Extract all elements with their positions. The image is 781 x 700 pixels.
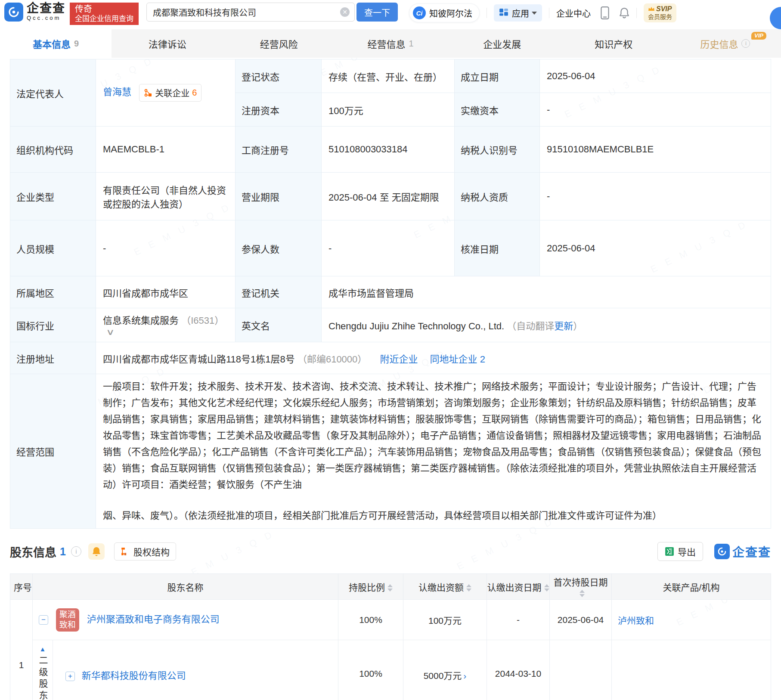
collapse-button[interactable]: − [39, 615, 48, 625]
equity-structure-label: 股权结构 [133, 545, 170, 558]
collapse-triangle-icon[interactable]: ▲ [40, 645, 46, 653]
amount-detail-link[interactable]: › [463, 671, 466, 681]
legal-rep-link[interactable]: 曾海慧 [103, 87, 131, 97]
taxpayer-qual-value: - [540, 173, 771, 220]
svip-sublabel: 会员服务 [648, 13, 672, 21]
org-code-label: 组织机构代码 [10, 127, 96, 173]
qcc-company-page: E E M U 3 Q D E E M U 3 Q D E E M U 3 Q … [0, 0, 781, 700]
vip-badge: VIP [751, 32, 766, 40]
tab-intellectual-property[interactable]: 知识产权 [558, 29, 669, 58]
pay-date-cell: - [487, 600, 550, 640]
col-pay-date[interactable]: 认缴出资日期 [487, 574, 550, 600]
apps-menu-button[interactable]: 应用 [494, 4, 542, 22]
shareholders-header: 股东信息 1 i 股权结构 导出 [10, 542, 771, 561]
search-input[interactable] [146, 3, 355, 22]
zhibi-alpha-button[interactable]: Ci 知彼阿尔法 [409, 3, 480, 22]
scope-paragraph-1: 一般项目：软件开发；技术服务、技术开发、技术咨询、技术交流、技术转让、技术推广；… [103, 378, 764, 493]
tab-basic-info[interactable]: 基本信息 9 [0, 29, 112, 58]
tab-label: 知识产权 [595, 37, 632, 50]
excel-export-icon [665, 547, 674, 556]
qcc-logo-icon[interactable] [4, 3, 23, 22]
auto-translate-note: （自动翻译 [507, 321, 554, 331]
info-icon[interactable]: i [741, 39, 750, 48]
address-label: 注册地址 [10, 342, 96, 374]
approval-date-value: 2025-06-04 [540, 220, 771, 276]
col-ratio[interactable]: 持股比例 [338, 574, 403, 600]
translate-update-link[interactable]: 更新 [554, 321, 573, 331]
tab-history-info[interactable]: 历史信息 i VIP [669, 29, 781, 58]
mobile-app-button[interactable] [600, 6, 610, 19]
sort-icons[interactable] [544, 584, 549, 592]
address-value: 四川省成都市成华区青城山路118号1栋1层8号 （邮编610000） 附近企业 … [96, 342, 771, 374]
scope-label: 经营范围 [10, 374, 96, 529]
approval-date-label: 核准日期 [455, 220, 540, 276]
search-button[interactable]: 查一下 [356, 3, 398, 22]
tab-label: 经营风险 [260, 37, 298, 50]
same-address-companies-link[interactable]: 同地址企业 2 [430, 354, 485, 365]
level-rail: ▲ 二级股东 [33, 640, 53, 700]
zhibi-alpha-label: 知彼阿尔法 [429, 7, 472, 19]
enterprise-center-link[interactable]: 企业中心 [556, 7, 591, 19]
notifications-button[interactable] [619, 7, 629, 19]
shareholder-link[interactable]: 泸州聚酒致和电子商务有限公司 [87, 613, 220, 624]
ratio-cell: 100% [338, 640, 403, 700]
badge-line1: 传奇 [75, 4, 133, 14]
qcc-watermark-logo: 企查查 [714, 543, 771, 560]
tab-label: 企业发展 [483, 37, 521, 50]
biz-term-value: 2025-06-04 至 无固定期限 [322, 173, 455, 220]
related-product-link[interactable]: 泸州致和 [618, 616, 654, 626]
reg-status-label: 登记状态 [236, 59, 322, 93]
tab-operation-info[interactable]: 经营信息 1 [335, 29, 446, 58]
biz-term-label: 营业期限 [236, 173, 322, 220]
export-button[interactable]: 导出 [657, 542, 703, 561]
tab-company-development[interactable]: 企业发展 [446, 29, 558, 58]
insured-label: 参保人数 [236, 220, 322, 276]
tab-legal-litigation[interactable]: 法律诉讼 [112, 29, 223, 58]
en-name-text: Chengdu Jujiu Zhihe Technology Co., Ltd. [329, 321, 504, 331]
taxpayer-qual-label: 纳税人资质 [455, 173, 540, 220]
col-first-date[interactable]: 首次持股日期 [550, 574, 612, 600]
legal-rep-label: 法定代表人 [10, 59, 96, 127]
clear-search-icon[interactable]: ✕ [340, 7, 350, 17]
org-code-value: MAEMCBLB-1 [96, 127, 236, 173]
region-label: 所属地区 [10, 276, 96, 308]
shareholders-table: 序号 股东名称 持股比例 认缴出资额 认缴出资日期 首次持股日期 关联产品/机构… [10, 573, 771, 700]
monitor-bell-button[interactable] [88, 543, 105, 560]
logo-title: 企查查 [27, 3, 65, 15]
qcc-logo-text[interactable]: 企查查 Qcc.com [27, 3, 65, 21]
staff-size-label: 人员规模 [10, 220, 96, 276]
tab-operation-risk[interactable]: 经营风险 [223, 29, 335, 58]
business-scope-value: 一般项目：软件开发；技术服务、技术开发、技术咨询、技术交流、技术转让、技术推广；… [96, 374, 771, 529]
tab-label: 经营信息 [367, 37, 405, 50]
chevron-down-icon[interactable]: ∨ [106, 327, 115, 337]
seq-cell: 1 [10, 600, 33, 700]
scope-paragraph-2: 烟、异味、废气）。（依法须经批准的项目，经相关部门批准后方可开展经营活动，具体经… [103, 508, 764, 524]
biz-reg-no-label: 工商注册号 [236, 127, 322, 173]
apps-grid-icon [499, 8, 508, 18]
reg-capital-label: 注册资本 [236, 93, 322, 127]
taxpayer-id-value: 91510108MAEMCBLB1E [540, 127, 771, 173]
sort-icons[interactable] [466, 584, 471, 592]
tab-count: 9 [74, 39, 79, 49]
related-companies-chip[interactable]: 关联企业 6 [139, 84, 201, 102]
first-date-cell [550, 640, 612, 700]
qcc-logo-text: 企查查 [732, 543, 771, 560]
sort-icons[interactable] [387, 584, 393, 592]
industry-code: （I6531） [181, 315, 224, 326]
ratio-cell: 100% [338, 600, 403, 640]
qcc-swirl-icon [714, 544, 730, 559]
equity-structure-button[interactable]: 股权结构 [114, 542, 176, 561]
reg-authority-label: 登记机关 [236, 276, 322, 308]
svip-member-button[interactable]: SVIP 会员服务 [644, 3, 676, 22]
sub-shareholder-link[interactable]: 新华都科技股份有限公司 [82, 670, 186, 681]
col-amount[interactable]: 认缴出资额 [403, 574, 487, 600]
sort-icons[interactable] [580, 590, 585, 597]
insured-value: - [322, 220, 455, 276]
search-area: ✕ 查一下 [146, 3, 398, 22]
sub-shareholder-name-cell: ▲ 二级股东 + 新华都科技股份有限公司 [33, 640, 338, 700]
related-cell [612, 640, 771, 700]
expand-button[interactable]: + [65, 672, 75, 681]
shareholder-row: 1 − 聚酒致和 泸州聚酒致和电子商务有限公司 100% 100万元 - 202… [10, 600, 771, 640]
nearby-companies-link[interactable]: 附近企业 [380, 354, 418, 365]
info-icon[interactable]: i [71, 546, 81, 557]
